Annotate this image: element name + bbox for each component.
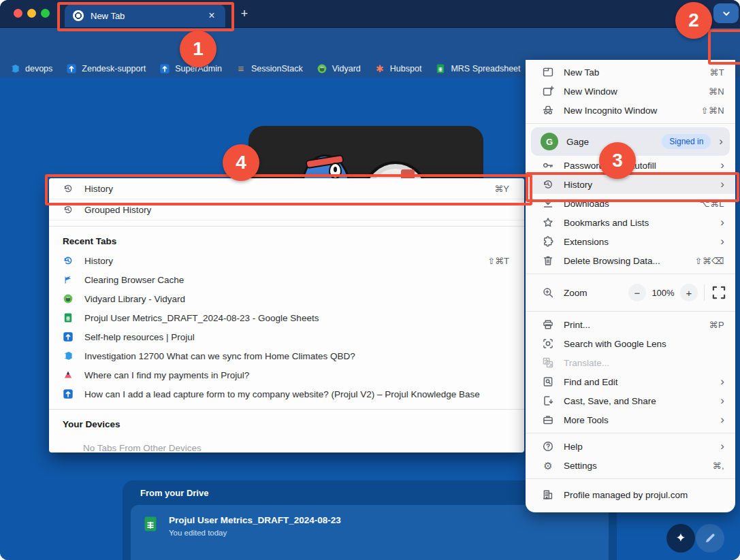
menu-item-shortcut: ⇧⌘N — [701, 105, 724, 116]
bookmark-vidyard[interactable]: Vidyard — [317, 63, 361, 74]
fullscreen-button[interactable] — [711, 284, 727, 301]
macos-zoom-button[interactable] — [41, 9, 50, 18]
customize-chrome-button[interactable] — [696, 524, 724, 553]
your-devices-header: Your Devices — [49, 414, 524, 434]
drive-file-subtitle: You edited today — [169, 529, 341, 537]
bookmark-label: Zendesk-support — [82, 64, 146, 73]
bookmark-devops[interactable]: devops — [10, 63, 52, 74]
tab-strip: New Tab × + — [0, 0, 740, 27]
recent-tab-label: History — [84, 256, 477, 266]
menu-item-delete-browsing-data[interactable]: Delete Browsing Data...⇧⌘⌫ — [526, 251, 735, 270]
menu-item-search-with-google-lens[interactable]: Search with Google Lens — [526, 334, 735, 353]
tab-new-tab[interactable]: New Tab × — [65, 4, 225, 27]
macos-close-button[interactable] — [14, 9, 22, 18]
menu-section-gap — [49, 220, 524, 227]
menu-item-help[interactable]: Help› — [526, 437, 735, 456]
recent-tab-item-vidyard-library-vidyard[interactable]: Vidyard Library - Vidyard — [49, 289, 524, 308]
recent-tab-item-investigation-12700-what-can-we-sync-fro[interactable]: Investigation 12700 What can we sync fro… — [49, 346, 524, 365]
zoom-icon — [542, 286, 554, 299]
menu-item-print[interactable]: Print...⌘P — [526, 315, 735, 334]
menu-item-shortcut: ⌘Y — [494, 184, 509, 194]
menu-separator — [49, 409, 524, 410]
share-icon — [542, 395, 554, 407]
gemini-sparkle-button[interactable] — [666, 524, 695, 553]
restore-icon — [542, 178, 554, 191]
menu-item-history[interactable]: History› — [526, 175, 735, 194]
menu-item-find-and-edit[interactable]: Find and Edit› — [526, 372, 735, 391]
menu-item-settings[interactable]: ⚙Settings⌘, — [526, 456, 735, 475]
menu-item-label: Settings — [564, 461, 703, 471]
menu-item-label: Passwords and Autofill — [564, 161, 711, 171]
doodle-pupil — [334, 167, 337, 172]
window-chevron-button[interactable] — [713, 3, 739, 23]
chevron-right-icon: › — [720, 414, 724, 427]
zoom-level-value: 100% — [649, 288, 677, 298]
history-blue-icon — [63, 255, 74, 266]
recent-tab-label: Projul User Metrics_DRAFT_2024-08-23 - G… — [84, 313, 509, 323]
bookmark-zendesk-support[interactable]: Zendesk-support — [66, 63, 146, 74]
recent-tab-label: Self-help resources | Projul — [84, 332, 509, 342]
chevron-right-icon: › — [720, 178, 724, 191]
recent-tab-label: Vidyard Library - Vidyard — [84, 294, 509, 304]
flag-blue-icon — [63, 274, 74, 285]
recent-tab-item-projul-user-metrics-draft-2024-08-23-goo[interactable]: Projul User Metrics_DRAFT_2024-08-23 - G… — [49, 308, 524, 327]
profile-name: Gage — [566, 137, 654, 147]
menu-item-new-window[interactable]: New Window⌘N — [526, 82, 735, 101]
menu-item-downloads[interactable]: Downloads⌥⌘L — [526, 194, 735, 213]
drive-file-row[interactable]: Projul User Metrics_DRAFT_2024-08-23 You… — [131, 505, 609, 560]
history-menu-item-history[interactable]: History⌘Y — [49, 178, 524, 199]
bookmark-superadmin[interactable]: SuperAdmin — [159, 63, 222, 74]
macos-minimize-button[interactable] — [27, 9, 36, 18]
bookmark-label: SessionStack — [251, 64, 303, 73]
recent-tab-label: How can I add a lead capture form to my … — [84, 389, 509, 399]
menu-separator — [526, 311, 735, 312]
menu-item-bookmarks-and-lists[interactable]: Bookmarks and Lists› — [526, 213, 735, 232]
zoom-out-button[interactable]: − — [628, 284, 646, 301]
menu-item-new-incognito-window[interactable]: New Incognito Window⇧⌘N — [526, 101, 735, 120]
new-tab-button[interactable]: + — [238, 5, 251, 22]
chevron-right-icon: › — [720, 440, 724, 453]
menu-item-label: Extensions — [564, 237, 711, 247]
new-tab-icon — [542, 66, 554, 78]
menu-item-extensions[interactable]: Extensions› — [526, 232, 735, 251]
history-dropdown-menu: History⌘YGrouped HistoryRecent TabsHisto… — [49, 178, 524, 452]
menu-item-label: Grouped History — [84, 205, 509, 215]
gear-icon: ⚙ — [542, 459, 554, 472]
new-window-icon — [542, 85, 554, 97]
history-menu-item-grouped-history[interactable]: Grouped History — [49, 199, 524, 220]
recent-tab-item-history[interactable]: History⇧⌘T — [49, 251, 524, 270]
key-icon — [542, 159, 554, 171]
menu-item-label: Cast, Save, and Share — [564, 396, 711, 406]
help-icon — [542, 440, 554, 452]
puzzle-icon — [542, 235, 554, 248]
bookmark-sessionstack[interactable]: ≡SessionStack — [236, 63, 303, 74]
menu-item-cast-save-and-share[interactable]: Cast, Save, and Share› — [526, 391, 735, 410]
projul-icon — [63, 331, 74, 342]
recent-tab-item-how-can-i-add-a-lead-capture-form-to-my-[interactable]: How can I add a lead capture form to my … — [49, 384, 524, 403]
chevron-right-icon: › — [720, 159, 724, 172]
zoom-in-button[interactable]: + — [680, 284, 698, 301]
menu-item-profile-managed-by-projul-com[interactable]: Profile managed by projul.com — [526, 482, 735, 507]
menu-item-more-tools[interactable]: More Tools› — [526, 410, 735, 429]
menu-item-shortcut: ⌘N — [709, 86, 724, 97]
menu-item-new-tab[interactable]: New Tab⌘T — [526, 63, 735, 82]
hubspot-icon: ✱ — [374, 63, 385, 74]
recent-tab-item-clearing-browser-cache[interactable]: Clearing Browser Cache — [49, 270, 524, 289]
menu-item-label: Find and Edit — [564, 377, 711, 387]
menu-item-passwords-and-autofill[interactable]: Passwords and Autofill› — [526, 156, 735, 175]
chevron-down-icon — [721, 8, 732, 19]
printer-icon — [542, 318, 554, 331]
chevron-right-icon: › — [720, 235, 724, 248]
bookmark-mrs-spreadsheet[interactable]: MRS Spreadsheet — [435, 63, 520, 74]
menu-item-profile-gage[interactable]: GGageSigned in› — [531, 127, 730, 156]
recent-tab-item-self-help-resources-projul[interactable]: Self-help resources | Projul — [49, 327, 524, 346]
toolbar: ← → ⟳ G ☆ 10+ G ⋮ — [0, 27, 740, 61]
recent-tab-item-where-can-i-find-my-payments-in-projul[interactable]: Where can I find my payments in Projul? — [49, 365, 524, 384]
menu-separator — [526, 433, 735, 433]
tab-close-icon[interactable]: × — [206, 10, 217, 21]
bookmark-hubspot[interactable]: ✱Hubspot — [374, 63, 422, 74]
menu-item-label: Print... — [564, 320, 700, 330]
bookmark-label: Hubspot — [390, 64, 422, 73]
menu-item-label: More Tools — [564, 415, 711, 425]
chrome-icon — [73, 10, 84, 21]
